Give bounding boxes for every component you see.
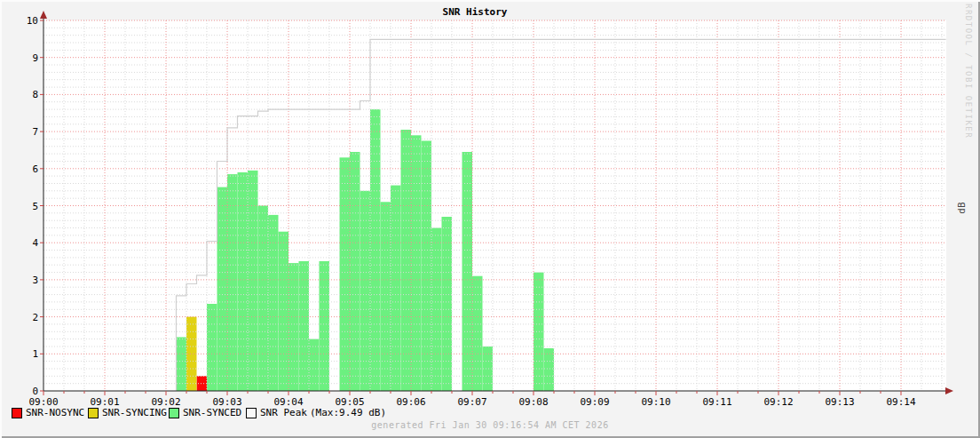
svg-text:09:07: 09:07 [457, 396, 486, 408]
svg-text:5: 5 [32, 201, 38, 212]
legend-item-nosync: SNR-NOSYNC [12, 408, 84, 418]
syncing-swatch-icon [88, 408, 99, 418]
svg-text:09:09: 09:09 [580, 396, 609, 408]
svg-text:7: 7 [32, 126, 38, 138]
svg-text:9: 9 [32, 52, 38, 64]
peak-max-note: (Max:9.49 dB) [310, 408, 386, 418]
svg-text:3: 3 [32, 275, 38, 286]
legend-item-synced: SNR-SYNCED [169, 408, 241, 418]
plot-area: 01234567891009:0009:0109:0209:0309:0409:… [0, 0, 980, 414]
svg-text:6: 6 [32, 163, 38, 175]
svg-text:8: 8 [32, 89, 38, 100]
nosync-swatch-icon [12, 408, 22, 418]
rrdtool-graph: SNR History 01234567891009:0009:0109:020… [0, 0, 980, 438]
generated-timestamp: generated Fri Jan 30 09:16:54 AM CET 202… [0, 420, 980, 430]
svg-text:09:10: 09:10 [641, 396, 670, 408]
synced-swatch-icon [169, 408, 179, 418]
legend-label: SNR-SYNCED [183, 408, 241, 418]
svg-text:09:08: 09:08 [518, 396, 548, 408]
legend-label: SNR-SYNCING [102, 408, 167, 418]
svg-text:09:13: 09:13 [825, 396, 854, 408]
svg-text:09:06: 09:06 [396, 396, 425, 408]
peak-swatch-icon [246, 408, 257, 418]
svg-text:1: 1 [32, 348, 38, 360]
svg-text:4: 4 [32, 237, 38, 249]
svg-text:09:11: 09:11 [702, 396, 731, 408]
legend-item-syncing: SNR-SYNCING [88, 408, 167, 418]
legend-item-peak: SNR Peak [246, 408, 307, 418]
y-axis-unit-label: dB [952, 197, 973, 219]
svg-text:10: 10 [27, 15, 38, 27]
svg-text:2: 2 [32, 312, 38, 323]
legend-label: SNR Peak [260, 408, 307, 418]
rrdtool-watermark: RRDTOOL / TOBI OETIKER [964, 4, 973, 139]
legend-label: SNR-NOSYNC [26, 408, 84, 418]
svg-text:09:14: 09:14 [886, 396, 915, 408]
snr-history-chart: 01234567891009:0009:0109:0209:0309:0409:… [0, 0, 980, 410]
svg-text:09:12: 09:12 [763, 396, 793, 408]
